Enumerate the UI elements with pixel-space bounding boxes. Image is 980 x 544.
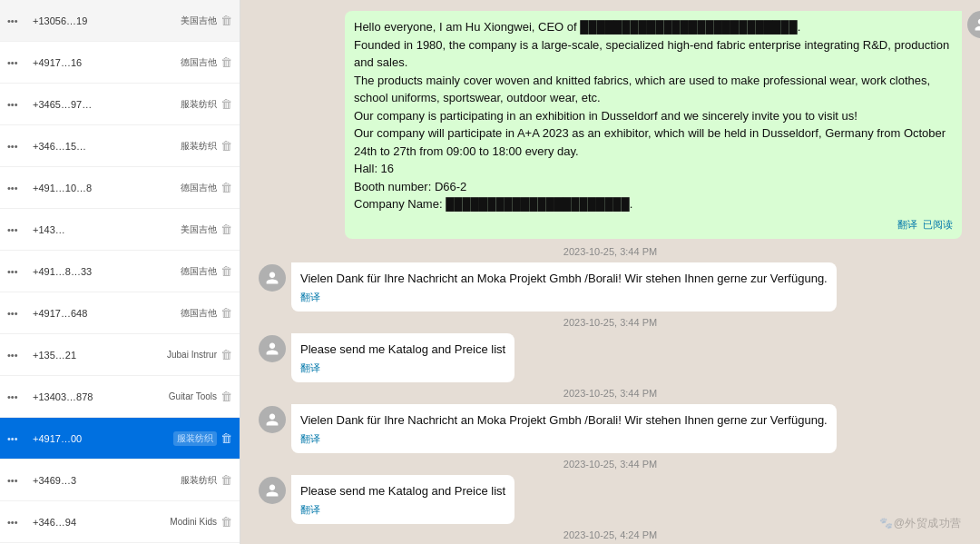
contact-phone: +346…94	[33, 517, 166, 528]
received-message-0: Vielen Dank für Ihre Nachricht an Moka P…	[259, 262, 962, 312]
delete-icon[interactable]: 🗑	[220, 181, 232, 194]
contact-tag: Modini Kids	[170, 517, 217, 527]
contact-dots: •••	[7, 141, 33, 152]
contact-phone: +13056…19	[33, 15, 177, 26]
delete-icon[interactable]: 🗑	[220, 390, 232, 403]
delete-icon[interactable]: 🗑	[220, 515, 232, 529]
contact-phone: +13403…878	[33, 391, 165, 402]
contact-tag: 德国吉他	[181, 182, 217, 194]
delete-icon[interactable]: 🗑	[220, 306, 232, 320]
received-text: Please send me Katalog and Preice list	[300, 342, 505, 356]
contact-dots: •••	[7, 57, 33, 68]
received-message-1: Please send me Katalog and Preice list 翻…	[259, 333, 962, 382]
received-message-3: Please send me Katalog and Preice list 翻…	[259, 475, 962, 524]
delete-icon[interactable]: 🗑	[220, 473, 232, 487]
received-timestamp-0: 2023-10-25, 3:44 PM	[259, 317, 962, 328]
translate-sent[interactable]: 翻译	[897, 217, 917, 232]
sent-text: Hello everyone, I am Hu Xiongwei, CEO of…	[354, 18, 953, 213]
contact-item-1[interactable]: ••• +4917…16 德国吉他 🗑	[0, 42, 240, 84]
contact-dots: •••	[7, 350, 33, 361]
contact-tag: 服装纺织	[181, 474, 217, 487]
delete-icon[interactable]: 🗑	[220, 14, 232, 27]
contact-tag: 美国吉他	[181, 223, 217, 236]
contact-tag: 服装纺织	[173, 431, 217, 446]
contact-tag: Guitar Tools	[169, 391, 217, 401]
contact-dots: •••	[7, 266, 33, 277]
contact-dots: •••	[7, 475, 33, 486]
contact-item-6[interactable]: ••• +491…8…33 德国吉他 🗑	[0, 251, 240, 292]
contact-item-11[interactable]: ••• +3469…3 服装纺织 🗑	[0, 460, 240, 501]
received-timestamp-3: 2023-10-25, 4:24 PM	[259, 529, 962, 540]
contact-phone: +346…15…	[33, 141, 177, 152]
contact-item-2[interactable]: ••• +3465…97… 服装纺织 🗑	[0, 84, 240, 125]
contact-phone: +4917…00	[33, 433, 170, 444]
received-text: Please send me Katalog and Preice list	[300, 484, 505, 498]
delete-icon[interactable]: 🗑	[220, 264, 232, 278]
delete-icon[interactable]: 🗑	[220, 348, 232, 361]
sent-avatar	[967, 11, 980, 38]
sent-bubble: Hello everyone, I am Hu Xiongwei, CEO of…	[345, 11, 962, 239]
contact-dots: •••	[7, 308, 33, 319]
contact-dots: •••	[7, 517, 33, 528]
translate-received[interactable]: 翻译	[300, 290, 828, 305]
received-avatar	[259, 335, 286, 362]
received-message-2: Vielen Dank für Ihre Nachricht an Moka P…	[259, 404, 962, 453]
contact-item-10[interactable]: ••• +4917…00 服装纺织 🗑	[0, 418, 240, 460]
received-timestamp-2: 2023-10-25, 3:44 PM	[259, 459, 962, 470]
contact-tag: Jubai Instrur	[167, 350, 217, 360]
contact-tag: 德国吉他	[181, 307, 217, 320]
received-avatar	[259, 406, 286, 433]
contact-phone: +143…	[33, 224, 177, 235]
translate-received[interactable]: 翻译	[300, 361, 505, 376]
contact-item-7[interactable]: ••• +4917…648 德国吉他 🗑	[0, 292, 240, 334]
watermark: 🐾@外贸成功营	[879, 516, 962, 531]
contact-dots: •••	[7, 15, 33, 26]
contact-phone: +491…10…8	[33, 183, 177, 193]
contact-item-8[interactable]: ••• +135…21 Jubai Instrur 🗑	[0, 334, 240, 376]
received-bubble: Please send me Katalog and Preice list 翻…	[291, 333, 514, 382]
delete-icon[interactable]: 🗑	[220, 55, 232, 69]
received-bubble: Vielen Dank für Ihre Nachricht an Moka P…	[291, 262, 837, 312]
delete-icon[interactable]: 🗑	[220, 97, 232, 111]
received-avatar	[259, 264, 286, 292]
delete-icon[interactable]: 🗑	[220, 431, 232, 445]
contact-item-3[interactable]: ••• +346…15… 服装纺织 🗑	[0, 125, 240, 167]
received-text: Vielen Dank für Ihre Nachricht an Moka P…	[300, 413, 828, 427]
contact-item-9[interactable]: ••• +13403…878 Guitar Tools 🗑	[0, 376, 240, 418]
contact-phone: +3469…3	[33, 475, 177, 486]
contact-list: ••• +13056…19 美国吉他 🗑 ••• +4917…16 德国吉他 🗑…	[0, 0, 240, 544]
contact-tag: 美国吉他	[181, 15, 217, 27]
contact-tag: 服装纺织	[181, 140, 217, 153]
contact-phone: +4917…16	[33, 57, 177, 68]
contact-item-5[interactable]: ••• +143… 美国吉他 🗑	[0, 209, 240, 251]
contact-item-0[interactable]: ••• +13056…19 美国吉他 🗑	[0, 0, 240, 42]
received-bubble: Please send me Katalog and Preice list 翻…	[291, 475, 514, 524]
read-badge: 已阅读	[923, 217, 953, 232]
contact-tag: 服装纺织	[181, 98, 217, 111]
delete-icon[interactable]: 🗑	[220, 139, 232, 153]
received-text: Vielen Dank für Ihre Nachricht an Moka P…	[300, 272, 828, 285]
chat-panel: Hello everyone, I am Hu Xiongwei, CEO of…	[240, 0, 980, 544]
delete-icon[interactable]: 🗑	[220, 223, 232, 236]
contact-phone: +491…8…33	[33, 266, 177, 277]
translate-received[interactable]: 翻译	[300, 431, 828, 447]
contact-phone: +3465…97…	[33, 99, 177, 110]
contact-tag: 德国吉他	[181, 56, 217, 69]
contact-dots: •••	[7, 224, 33, 235]
sent-message: Hello everyone, I am Hu Xiongwei, CEO of…	[259, 11, 962, 239]
received-timestamp-1: 2023-10-25, 3:44 PM	[259, 388, 962, 399]
contact-phone: +4917…648	[33, 308, 177, 319]
received-avatar	[259, 477, 286, 504]
contact-dots: •••	[7, 99, 33, 110]
contact-item-12[interactable]: ••• +346…94 Modini Kids 🗑	[0, 501, 240, 543]
contact-item-4[interactable]: ••• +491…10…8 德国吉他 🗑	[0, 167, 240, 209]
received-bubble: Vielen Dank für Ihre Nachricht an Moka P…	[291, 404, 837, 453]
contact-tag: 德国吉他	[181, 265, 217, 278]
contact-phone: +135…21	[33, 350, 163, 361]
chat-area: Hello everyone, I am Hu Xiongwei, CEO of…	[240, 0, 980, 544]
contact-dots: •••	[7, 391, 33, 402]
translate-received[interactable]: 翻译	[300, 502, 505, 518]
sent-timestamp: 2023-10-25, 3:44 PM	[259, 246, 962, 257]
contact-dots: •••	[7, 183, 33, 193]
contact-dots: •••	[7, 433, 33, 444]
